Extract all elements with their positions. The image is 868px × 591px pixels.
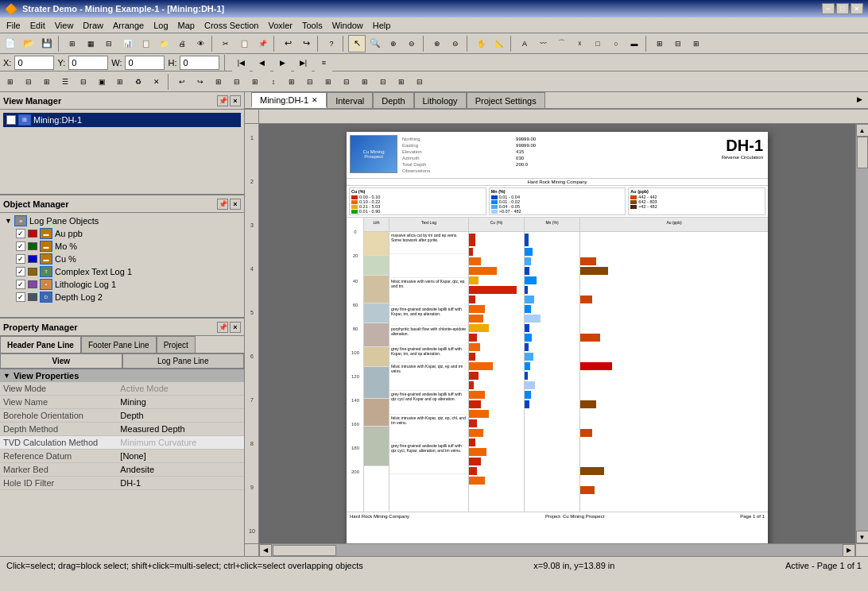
cut-button[interactable]: ✂ [217,35,234,52]
t3-21[interactable]: ⊟ [374,73,392,91]
paste-button[interactable]: 📌 [254,35,271,52]
t3-4[interactable]: ☰ [56,73,74,91]
tb14[interactable]: ⊖ [403,35,420,52]
menu-draw[interactable]: Draw [78,19,108,32]
tb16[interactable]: ⊖ [447,35,464,52]
tb26[interactable]: ⊞ [651,35,668,52]
tb23[interactable]: □ [589,35,606,52]
tab-project-settings[interactable]: Project Settings [467,92,545,108]
t3-19[interactable]: ⊟ [338,73,355,91]
menu-view[interactable]: View [50,19,79,32]
obj-au-ppb[interactable]: ✓ ▬ Au ppb [2,227,242,240]
tb22[interactable]: ☓ [571,35,588,52]
menu-file[interactable]: File [2,19,25,32]
tab-mining-dh1[interactable]: Mining:DH-1 ✕ [251,92,327,108]
obj-depth[interactable]: ✓ D Depth Log 2 [2,291,242,303]
t3-11[interactable]: ↪ [192,73,209,91]
menu-tools[interactable]: Tools [297,19,327,32]
tb17[interactable]: ✋ [472,35,490,52]
t3-8[interactable]: ♻ [130,73,147,91]
tb8[interactable]: 📁 [155,35,172,52]
y-input[interactable] [68,56,108,70]
tab-view[interactable]: View [0,353,122,369]
object-manager-close[interactable]: × [230,199,241,210]
t3-17[interactable]: ⊟ [301,73,319,91]
menu-edit[interactable]: Edit [25,19,50,32]
tb5[interactable]: ⊟ [100,35,118,52]
obj-ct-check[interactable]: ✓ [16,267,25,276]
prop-marker-bed-value[interactable]: Andesite [117,463,244,477]
t3-10[interactable]: ↩ [173,73,191,91]
t3-16[interactable]: ⊞ [283,73,300,91]
scrollbar-vertical[interactable]: ▲ ▼ [855,124,868,543]
tb15[interactable]: ⊕ [428,35,446,52]
nav-prev[interactable]: ◀ [253,54,270,71]
object-manager-pin[interactable]: 📌 [217,199,228,210]
minimize-button[interactable]: − [822,3,835,14]
nav-start[interactable]: |◀ [232,54,250,71]
tab-lithology[interactable]: Lithology [414,92,467,108]
tb9[interactable]: 🖨 [173,35,191,52]
t3-2[interactable]: ⊟ [20,73,37,91]
scroll-up-button[interactable]: ▲ [856,124,869,137]
menu-log[interactable]: Log [149,19,172,32]
tb20[interactable]: 〰 [534,35,552,52]
scroll-right-button[interactable]: ▶ [843,544,855,557]
obj-group-log-pane[interactable]: ▼ ≡ Log Pane Objects [2,214,242,227]
scroll-left-button[interactable]: ◀ [259,544,272,557]
view-item-mining-dh1[interactable]: ✓ ⊞ Mining:DH-1 [3,113,241,127]
t3-12[interactable]: ⊞ [210,73,227,91]
tab-header-pane-line[interactable]: Header Pane Line [0,336,81,353]
tb12[interactable]: 🔍 [366,35,384,52]
nav-end[interactable]: ▶| [294,54,312,71]
h-input[interactable] [180,56,219,70]
scroll-thumb-h[interactable] [273,545,336,556]
page-canvas[interactable]: Cu MiningProspect Northing 99999.00 DH-1 [259,124,855,543]
tb24[interactable]: ○ [607,35,625,52]
menu-help[interactable]: Help [368,19,396,32]
w-input[interactable] [125,56,165,70]
tb6[interactable]: 📊 [118,35,136,52]
t3-20[interactable]: ⊞ [356,73,374,91]
t3-6[interactable]: ▣ [93,73,110,91]
tb27[interactable]: ⊟ [669,35,687,52]
t3-7[interactable]: ⊞ [111,73,129,91]
obj-depth-check[interactable]: ✓ [16,292,25,302]
obj-cu-check[interactable]: ✓ [16,254,25,264]
t3-9[interactable]: ✕ [148,73,165,91]
new-button[interactable]: 📄 [2,35,19,52]
scroll-down-button[interactable]: ▼ [856,531,869,543]
redo-button[interactable]: ↪ [297,35,315,52]
copy-button[interactable]: 📋 [235,35,253,52]
obj-mo-check[interactable]: ✓ [16,241,25,251]
t3-14[interactable]: ⊞ [246,73,264,91]
tb3[interactable]: ⊞ [64,35,81,52]
open-button[interactable]: 📂 [20,35,37,52]
obj-mo[interactable]: ✓ ▬ Mo % [2,240,242,253]
tb7[interactable]: 📋 [137,35,154,52]
tab-scroll-right[interactable]: ▶ [851,92,868,108]
prop-borehole-value[interactable]: Depth [117,409,244,423]
nav-all[interactable]: ≡ [315,54,332,71]
prop-hole-id-value[interactable]: DH-1 [117,477,244,490]
select-btn[interactable]: ↖ [348,35,366,52]
properties-scroll[interactable]: ▼ View Properties View Mode Active Mode … [0,369,244,556]
prop-depth-method-value[interactable]: Measured Depth [117,423,244,436]
prop-view-name-value[interactable]: Mining [117,396,244,409]
maximize-button[interactable]: □ [836,3,849,14]
prop-manager-close[interactable]: × [230,322,241,333]
tb21[interactable]: ⌒ [552,35,570,52]
menu-map[interactable]: Map [173,19,200,32]
save-button[interactable]: 💾 [38,35,56,52]
obj-au-check[interactable]: ✓ [16,229,25,238]
view-manager-close[interactable]: × [230,95,241,106]
prop-manager-pin[interactable]: 📌 [217,322,228,333]
menu-cross-section[interactable]: Cross Section [200,19,263,32]
tb19[interactable]: A [516,35,533,52]
t3-1[interactable]: ⊞ [2,73,19,91]
tab-mining-close[interactable]: ✕ [312,96,318,104]
t3-5[interactable]: ⊟ [75,73,92,91]
scrollbar-horizontal[interactable]: ◀ ▶ [259,543,855,556]
nav-next[interactable]: ▶ [273,54,291,71]
t3-22[interactable]: ⊞ [393,73,410,91]
